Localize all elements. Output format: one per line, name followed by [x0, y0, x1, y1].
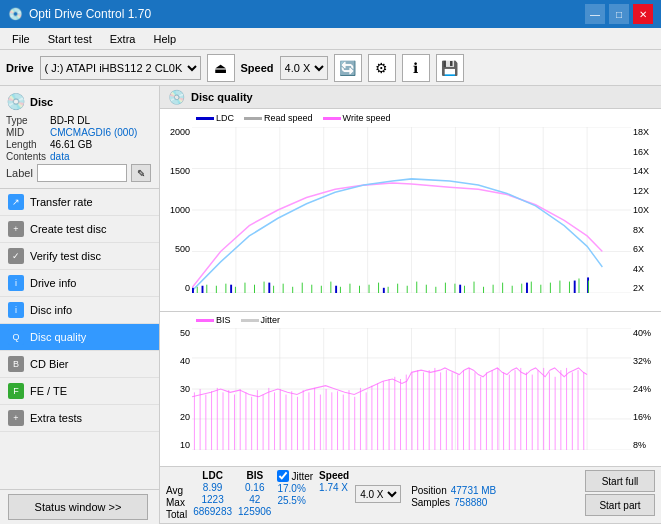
length-value: 46.61 GB — [50, 139, 153, 150]
svg-rect-105 — [274, 392, 275, 450]
svg-rect-99 — [240, 389, 241, 450]
label-label: Label — [6, 167, 33, 179]
svg-rect-61 — [550, 283, 551, 293]
legend-bis-color — [196, 319, 214, 322]
svg-rect-134 — [440, 372, 441, 450]
stats-labels: Avg Max Total — [166, 470, 187, 520]
sidebar-item-disc-info[interactable]: i Disc info — [0, 297, 159, 324]
svg-rect-159 — [583, 372, 584, 450]
label-edit-button[interactable]: ✎ — [131, 164, 151, 182]
svg-rect-144 — [497, 368, 498, 450]
samples-value: 758880 — [454, 497, 487, 508]
menu-start-test[interactable]: Start test — [40, 31, 100, 47]
contents-value: data — [50, 151, 153, 162]
svg-rect-158 — [578, 370, 579, 450]
sidebar-item-verify-test-disc[interactable]: ✓ Verify test disc — [0, 243, 159, 270]
settings-button[interactable]: ⚙ — [368, 54, 396, 82]
total-bis: 125906 — [238, 506, 271, 517]
jitter-checkbox[interactable] — [277, 470, 289, 482]
save-button[interactable]: 💾 — [436, 54, 464, 82]
menu-file[interactable]: File — [4, 31, 38, 47]
svg-rect-120 — [360, 388, 361, 450]
svg-rect-100 — [245, 392, 246, 450]
bis-header: BIS — [246, 470, 263, 481]
y-axis-right-top: 18X 16X 14X 12X 10X 8X 6X 4X 2X — [631, 127, 661, 293]
svg-rect-103 — [263, 395, 264, 450]
titlebar: 💿 Opti Drive Control 1.70 — □ ✕ — [0, 0, 661, 28]
disc-panel: 💿 Disc Type BD-R DL MID CMCMAGDI6 (000) … — [0, 86, 159, 189]
svg-rect-53 — [474, 282, 475, 293]
svg-rect-15 — [202, 286, 204, 293]
svg-rect-112 — [314, 388, 315, 450]
minimize-button[interactable]: — — [585, 4, 605, 24]
svg-rect-157 — [572, 372, 573, 450]
sidebar-item-drive-info[interactable]: i Drive info — [0, 270, 159, 297]
svg-rect-51 — [454, 284, 455, 293]
drive-label: Drive — [6, 62, 34, 74]
nav-items: ↗ Transfer rate + Create test disc ✓ Ver… — [0, 189, 159, 489]
legend-jitter-label: Jitter — [261, 315, 281, 325]
drive-select[interactable]: ( J:) ATAPI iHBS112 2 CL0K — [40, 56, 201, 80]
stats-speed: Speed 1.74 X — [319, 470, 349, 519]
sidebar-item-fe-te[interactable]: F FE / TE — [0, 378, 159, 405]
svg-rect-138 — [463, 370, 464, 450]
svg-rect-32 — [273, 286, 274, 293]
app-title: Opti Drive Control 1.70 — [29, 7, 151, 21]
svg-rect-106 — [280, 389, 281, 450]
svg-rect-104 — [268, 388, 269, 450]
refresh-button[interactable]: 🔄 — [334, 54, 362, 82]
speed-max-select[interactable]: 4.0 X — [355, 485, 401, 503]
sidebar-item-create-test-disc[interactable]: + Create test disc — [0, 216, 159, 243]
svg-rect-153 — [549, 372, 550, 450]
position-label: Position — [411, 485, 447, 496]
label-input[interactable] — [37, 164, 127, 182]
svg-rect-98 — [234, 395, 235, 450]
disc-quality-title: Disc quality — [191, 91, 253, 103]
svg-rect-131 — [423, 372, 424, 450]
svg-rect-55 — [493, 285, 494, 293]
speed-select[interactable]: 4.0 X — [280, 56, 328, 80]
legend-write-color — [323, 117, 341, 120]
svg-rect-64 — [579, 278, 580, 293]
info-button[interactable]: ℹ — [402, 54, 430, 82]
svg-rect-41 — [359, 286, 360, 293]
sidebar-item-cd-bier[interactable]: B CD Bier — [0, 351, 159, 378]
transfer-rate-icon: ↗ — [8, 194, 24, 210]
eject-button[interactable]: ⏏ — [207, 54, 235, 82]
svg-rect-16 — [230, 285, 232, 293]
svg-rect-38 — [330, 282, 331, 293]
length-label: Length — [6, 139, 46, 150]
maximize-button[interactable]: □ — [609, 4, 629, 24]
svg-rect-109 — [297, 397, 298, 450]
disc-quality-header: 💿 Disc quality — [160, 86, 661, 109]
svg-rect-132 — [429, 370, 430, 450]
menu-help[interactable]: Help — [145, 31, 184, 47]
svg-rect-101 — [251, 397, 252, 450]
svg-rect-135 — [446, 370, 447, 450]
svg-rect-143 — [492, 370, 493, 450]
start-full-button[interactable]: Start full — [585, 470, 655, 492]
status-window-button[interactable]: Status window >> — [8, 494, 148, 520]
chart-top-svg: 0.0 5.0 10.0 15.0 20.0 25.0 30.0 35.0 40… — [192, 127, 631, 293]
sidebar-item-disc-quality[interactable]: Q Disc quality — [0, 324, 159, 351]
svg-rect-18 — [335, 286, 337, 293]
menu-extra[interactable]: Extra — [102, 31, 144, 47]
disc-info-icon: i — [8, 302, 24, 318]
legend-ldc-label: LDC — [216, 113, 234, 123]
sidebar-item-extra-tests[interactable]: + Extra tests — [0, 405, 159, 432]
label-row: Label ✎ — [6, 164, 153, 182]
verify-test-disc-icon: ✓ — [8, 248, 24, 264]
disc-quality-panel: 💿 Disc quality LDC Read speed — [160, 86, 661, 524]
sidebar-item-transfer-rate[interactable]: ↗ Transfer rate — [0, 189, 159, 216]
svg-rect-93 — [205, 395, 206, 450]
start-part-button[interactable]: Start part — [585, 494, 655, 516]
transfer-rate-label: Transfer rate — [30, 196, 93, 208]
svg-rect-21 — [526, 283, 528, 293]
svg-rect-59 — [531, 282, 532, 293]
svg-rect-33 — [283, 284, 284, 293]
legend-write: Write speed — [323, 113, 391, 123]
svg-rect-111 — [308, 392, 309, 450]
stats-speed-select: 4.0 X — [355, 470, 401, 503]
svg-rect-126 — [394, 377, 395, 450]
close-button[interactable]: ✕ — [633, 4, 653, 24]
